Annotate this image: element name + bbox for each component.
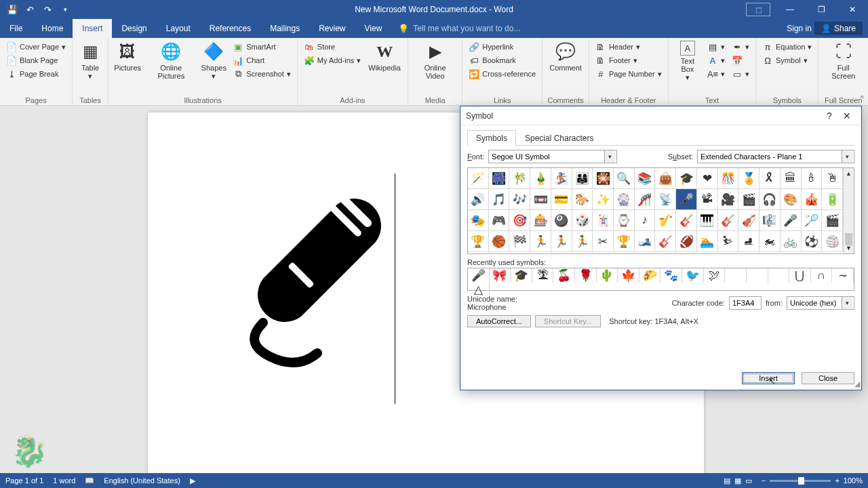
- symbol-cell[interactable]: 📼: [530, 189, 551, 210]
- symbol-cell[interactable]: 🏐: [822, 231, 843, 252]
- subset-input[interactable]: [698, 150, 842, 163]
- tab-design[interactable]: Design: [112, 19, 156, 38]
- symbol-cell[interactable]: 👨‍👩‍👧: [572, 168, 593, 189]
- pictures-button[interactable]: 🖼Pictures: [113, 39, 142, 73]
- symbol-cell[interactable]: 🎯: [509, 210, 530, 231]
- symbol-cell[interactable]: 🏁: [509, 231, 530, 252]
- symbol-cell[interactable]: 🏍: [760, 231, 781, 252]
- recent-symbol-cell[interactable]: 🏝: [532, 268, 554, 283]
- symbol-cell[interactable]: 🏆: [614, 231, 635, 252]
- symbol-cell[interactable]: 🏅: [738, 168, 760, 189]
- textbox-button[interactable]: AText Box▾: [673, 39, 703, 83]
- symbol-cell[interactable]: 🎬: [822, 210, 843, 231]
- online-pictures-button[interactable]: 🌐Online Pictures: [145, 39, 197, 81]
- symbol-cell[interactable]: ⚽: [802, 231, 823, 252]
- tab-view[interactable]: View: [355, 19, 392, 38]
- shapes-button[interactable]: 🔷Shapes▾: [199, 39, 228, 81]
- signature-button[interactable]: ✒▾: [730, 41, 751, 53]
- font-combo[interactable]: ▾: [488, 150, 617, 163]
- symbol-cell[interactable]: 🏊: [697, 231, 718, 252]
- autocorrect-button[interactable]: AutoCorrect...: [467, 315, 531, 327]
- wikipedia-button[interactable]: WWikipedia: [366, 39, 403, 73]
- recent-symbol-cell[interactable]: 🐾: [660, 268, 682, 283]
- page-break-button[interactable]: ⤓Page Break: [4, 68, 68, 80]
- zoom-out-icon[interactable]: −: [762, 476, 766, 485]
- my-addins-button[interactable]: 🧩My Add-ins ▾: [302, 54, 363, 66]
- blank-page-button[interactable]: 📄Blank Page: [4, 54, 68, 66]
- symbol-cell[interactable]: ❤: [697, 168, 718, 189]
- symbol-cell[interactable]: 🏃: [572, 231, 593, 252]
- symbol-cell[interactable]: 🃏: [593, 210, 614, 231]
- symbol-cell[interactable]: 🏛: [781, 168, 802, 189]
- subset-combo[interactable]: ▾: [697, 150, 854, 163]
- symbol-cell[interactable]: 🎨: [781, 189, 802, 210]
- symbol-cell[interactable]: 🏈: [676, 231, 697, 252]
- symbol-cell[interactable]: 🎊: [718, 168, 739, 189]
- recent-symbol-cell[interactable]: ⋃: [789, 268, 811, 283]
- signin-link[interactable]: Sign in: [787, 24, 812, 33]
- symbol-cell[interactable]: 🔊: [468, 189, 489, 210]
- symbol-cell[interactable]: 🎱: [551, 210, 572, 231]
- wordart-button[interactable]: A▾: [705, 54, 727, 66]
- header-button[interactable]: 🗎Header ▾: [593, 41, 664, 53]
- symbol-cell[interactable]: 🎸: [718, 210, 739, 231]
- fullscreen-button[interactable]: ⛶Full Screen: [823, 39, 864, 81]
- close-button[interactable]: Close: [802, 372, 854, 384]
- from-combo[interactable]: ▾: [787, 296, 854, 310]
- symbol-cell[interactable]: 🐎: [572, 189, 593, 210]
- symbol-cell[interactable]: 🎢: [635, 189, 656, 210]
- symbol-cell[interactable]: ⛸: [738, 231, 760, 252]
- symbol-cell[interactable]: 🏀: [489, 231, 510, 252]
- recent-symbol-cell[interactable]: 🌮: [639, 268, 661, 283]
- online-video-button[interactable]: ▶Online Video: [412, 39, 458, 81]
- recent-symbols-grid[interactable]: 🎤🎀🎓🏝🍒🌹🌵🍁🌮🐾🐦🕊⋃∩∼△: [467, 268, 854, 291]
- symbol-cell[interactable]: 📡: [655, 189, 676, 210]
- symbol-cell[interactable]: 🎧: [760, 189, 781, 210]
- footer-button[interactable]: 🗎Footer ▾: [593, 54, 664, 66]
- bookmark-button[interactable]: 🏷Bookmark: [467, 54, 538, 66]
- symbol-cell[interactable]: 🔋: [822, 189, 843, 210]
- insert-button[interactable]: Insert: [742, 372, 795, 384]
- dialog-close-icon[interactable]: ✕: [838, 110, 856, 121]
- screenshot-button[interactable]: ⧉Screenshot ▾: [231, 68, 293, 80]
- minimize-button[interactable]: —: [774, 0, 806, 19]
- symbol-button[interactable]: ΩSymbol ▾: [760, 54, 814, 66]
- symbol-cell[interactable]: 📽: [697, 189, 718, 210]
- tab-mailings[interactable]: Mailings: [260, 19, 309, 38]
- symbol-cell[interactable]: 🚲: [781, 231, 802, 252]
- close-window-button[interactable]: ✕: [837, 0, 868, 19]
- tab-special-characters[interactable]: Special Characters: [516, 130, 602, 146]
- shortcutkey-button[interactable]: Shortcut Key...: [535, 315, 601, 327]
- tab-insert[interactable]: Insert: [73, 19, 112, 38]
- store-button[interactable]: 🛍Store: [302, 41, 363, 53]
- equation-button[interactable]: πEquation ▾: [760, 41, 814, 53]
- subset-dropdown-icon[interactable]: ▾: [842, 150, 852, 163]
- zoom-slider[interactable]: [770, 480, 831, 482]
- symbol-cell[interactable]: 🎿: [635, 231, 656, 252]
- dropcap-button[interactable]: A≡▾: [705, 68, 727, 80]
- quickparts-button[interactable]: ▤▾: [705, 41, 727, 53]
- from-dropdown-icon[interactable]: ▾: [842, 297, 852, 309]
- recent-symbol-cell[interactable]: [768, 268, 790, 283]
- zoom-value[interactable]: 100%: [844, 476, 863, 485]
- recent-symbol-cell[interactable]: ∼: [832, 268, 854, 283]
- symbol-cell[interactable]: 🎶: [509, 189, 530, 210]
- symbol-cell[interactable]: 🎋: [509, 168, 530, 189]
- symbol-cell[interactable]: 🎰: [530, 210, 551, 231]
- spellcheck-icon[interactable]: 📖: [85, 476, 94, 485]
- symbol-cell[interactable]: 🎻: [738, 210, 760, 231]
- maximize-button[interactable]: ❐: [806, 0, 837, 19]
- tab-review[interactable]: Review: [309, 19, 355, 38]
- grid-scrollbar[interactable]: ▲ ▼: [843, 168, 854, 253]
- symbol-cell[interactable]: ✂: [593, 231, 614, 252]
- pagenum-button[interactable]: #Page Number ▾: [593, 68, 664, 80]
- symbol-cell[interactable]: ⌚: [614, 210, 635, 231]
- dialog-help-button[interactable]: ?: [821, 110, 838, 121]
- symbol-cell[interactable]: 🎭: [468, 210, 489, 231]
- collapse-ribbon-icon[interactable]: ^: [861, 94, 864, 102]
- symbol-cell[interactable]: 🎬: [738, 189, 760, 210]
- symbol-cell[interactable]: ⛷: [718, 231, 739, 252]
- symbol-cell[interactable]: 💳: [551, 189, 572, 210]
- symbol-cell[interactable]: 🎍: [530, 168, 551, 189]
- symbol-cell[interactable]: 🎲: [572, 210, 593, 231]
